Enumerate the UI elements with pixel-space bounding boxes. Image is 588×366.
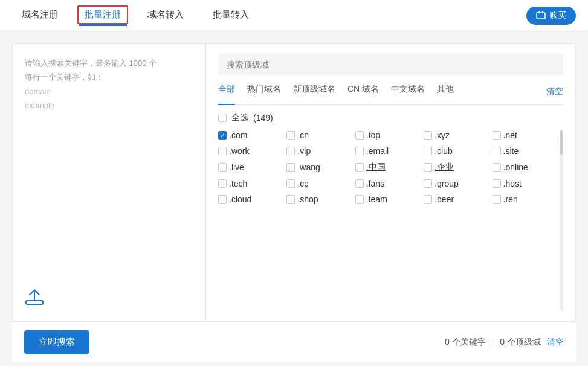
tld-checkbox[interactable] — [493, 131, 501, 140]
tld-item[interactable]: .cc — [286, 179, 355, 188]
tld-checkbox[interactable] — [218, 131, 227, 140]
tld-checkbox[interactable] — [218, 147, 227, 155]
right-panel: 全部 热门域名 新顶级域名 CN 域名 中文域名 其他 清空 — [206, 44, 575, 321]
tld-checkbox[interactable] — [355, 147, 364, 155]
tld-label: .team — [366, 194, 387, 204]
tld-checkbox[interactable] — [286, 179, 295, 188]
tld-item[interactable]: .com — [218, 130, 286, 140]
tld-checkbox[interactable] — [424, 179, 432, 188]
tld-checkbox[interactable] — [493, 163, 501, 172]
tld-item[interactable]: .中国 — [355, 162, 424, 173]
tld-item[interactable]: .site — [493, 146, 561, 156]
example2: example — [25, 98, 193, 112]
tld-item[interactable]: .tech — [218, 179, 286, 188]
tld-label: .企业 — [435, 162, 454, 173]
tld-checkbox[interactable] — [286, 147, 295, 155]
filter-tab-chinese[interactable]: 中文域名 — [391, 84, 425, 100]
tld-checkbox[interactable] — [424, 195, 432, 204]
tld-checkbox[interactable] — [493, 147, 501, 155]
tld-checkbox[interactable] — [218, 195, 227, 204]
tld-item[interactable]: .host — [493, 179, 561, 188]
tld-item[interactable]: .wang — [286, 162, 355, 173]
filter-tab-cn[interactable]: CN 域名 — [347, 84, 379, 100]
tab-batch-register[interactable]: 批量注册 — [75, 0, 131, 31]
footer-stats: 0 个关键字 | 0 个顶级域 清空 — [445, 337, 564, 348]
scrollbar-track — [560, 130, 563, 311]
example1: domain — [25, 85, 193, 98]
tld-item[interactable]: .club — [424, 146, 492, 156]
tld-checkbox[interactable] — [355, 179, 364, 188]
tab-batch-transfer[interactable]: 批量转入 — [203, 0, 259, 31]
tld-checkbox[interactable] — [286, 131, 295, 140]
tld-checkbox[interactable] — [218, 163, 227, 172]
tld-item[interactable]: .online — [493, 162, 561, 173]
search-button[interactable]: 立即搜索 — [24, 330, 89, 354]
tld-item[interactable]: .ren — [493, 194, 561, 204]
tld-label: .ren — [503, 194, 518, 204]
tld-checkbox[interactable] — [493, 195, 501, 204]
tld-label: .host — [503, 179, 522, 188]
tld-item[interactable]: .group — [424, 179, 492, 188]
select-all-checkbox[interactable] — [218, 114, 227, 122]
tld-checkbox[interactable] — [355, 131, 364, 140]
tld-grid: .com.cn.top.xyz.net.work.vip.email.club.… — [218, 130, 563, 204]
tld-label: .group — [435, 179, 459, 188]
tld-label: .club — [435, 146, 453, 156]
tld-item[interactable]: .shop — [286, 194, 355, 204]
tld-item[interactable]: .beer — [424, 194, 492, 204]
tld-checkbox[interactable] — [286, 163, 295, 172]
tld-label: .email — [366, 146, 389, 156]
tld-checkbox[interactable] — [493, 179, 501, 188]
tld-label: .live — [229, 162, 244, 172]
tld-checkbox[interactable] — [355, 195, 364, 204]
tld-item[interactable]: .team — [355, 194, 424, 204]
scrollbar-thumb — [560, 130, 563, 155]
tld-checkbox[interactable] — [424, 147, 432, 155]
tld-checkbox[interactable] — [286, 195, 295, 204]
tab-domain-transfer[interactable]: 域名转入 — [138, 0, 193, 31]
upload-area[interactable] — [25, 275, 193, 309]
select-all-count: (149) — [253, 113, 273, 123]
tld-item[interactable]: .企业 — [424, 162, 492, 173]
svg-rect-1 — [26, 301, 43, 304]
filter-tab-hot[interactable]: 热门域名 — [247, 84, 281, 100]
tld-checkbox[interactable] — [424, 163, 432, 172]
tld-label: .中国 — [366, 162, 386, 173]
header-nav: 域名注册 批量注册 域名转入 批量转入 购买 — [0, 0, 588, 31]
tld-label: .cloud — [229, 194, 251, 204]
tld-checkbox[interactable] — [424, 131, 432, 140]
tld-item[interactable]: .top — [355, 130, 424, 140]
purchase-button[interactable]: 购买 — [526, 7, 576, 25]
select-all-row[interactable]: 全选 (149) — [218, 112, 563, 123]
svg-rect-0 — [537, 13, 545, 19]
search-tld-input[interactable] — [218, 54, 563, 75]
tld-label: .work — [229, 146, 249, 156]
tld-count: 0 个顶级域 — [500, 337, 541, 348]
filter-clear-button[interactable]: 清空 — [546, 86, 563, 97]
tld-label: .site — [503, 146, 519, 156]
tld-item[interactable]: .xyz — [424, 130, 492, 140]
filter-tab-other[interactable]: 其他 — [437, 84, 454, 100]
footer-clear-button[interactable]: 清空 — [547, 337, 564, 348]
tab-domain-register[interactable]: 域名注册 — [12, 0, 68, 31]
tld-item[interactable]: .vip — [286, 146, 355, 156]
tld-item[interactable]: .cloud — [218, 194, 286, 204]
tld-checkbox[interactable] — [218, 179, 227, 188]
filter-tab-new-tld[interactable]: 新顶级域名 — [293, 84, 335, 100]
tld-item[interactable]: .fans — [355, 179, 424, 188]
left-panel: 请输入搜索关键字，最多输入 1000 个 每行一个关键字，如： domain e… — [13, 44, 206, 321]
tld-item[interactable]: .live — [218, 162, 286, 173]
tld-item[interactable]: .cn — [286, 130, 355, 140]
hint-text: 请输入搜索关键字，最多输入 1000 个 每行一个关键字，如： domain e… — [25, 56, 193, 113]
cart-icon — [536, 11, 546, 21]
tld-item[interactable]: .net — [493, 130, 561, 140]
search-panel: 请输入搜索关键字，最多输入 1000 个 每行一个关键字，如： domain e… — [12, 43, 576, 321]
filter-tab-all[interactable]: 全部 — [218, 84, 235, 100]
tld-item[interactable]: .work — [218, 146, 286, 156]
tld-label: .wang — [297, 162, 320, 172]
keywords-count: 0 个关键字 — [445, 337, 486, 348]
tld-label: .vip — [297, 146, 311, 156]
tld-checkbox[interactable] — [355, 163, 364, 172]
tld-item[interactable]: .email — [355, 146, 424, 156]
tld-label: .beer — [435, 194, 454, 204]
